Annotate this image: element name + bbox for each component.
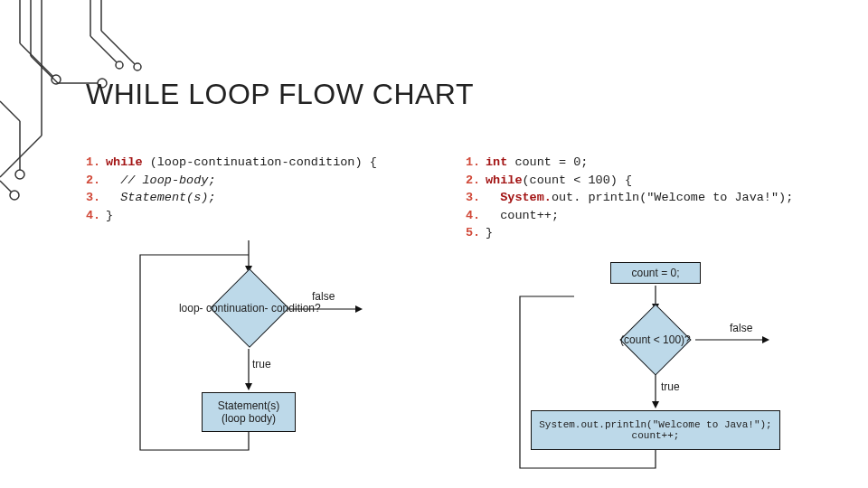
right-column: 1.int count = 0; 2.while(count < 100) { … [466, 154, 845, 488]
svg-line-10 [0, 101, 20, 121]
svg-point-14 [10, 191, 19, 200]
svg-marker-24 [245, 383, 252, 390]
example-flowchart: count = 0; (count < 100)? System.out.pri… [466, 258, 791, 488]
svg-line-13 [0, 181, 13, 193]
loop-body-box: Statement(s) (loop body) [202, 392, 296, 432]
svg-line-9 [0, 136, 42, 177]
svg-line-1 [20, 43, 54, 78]
diamond-label: (count < 100)? [620, 333, 691, 346]
svg-marker-30 [762, 336, 769, 343]
svg-point-17 [116, 61, 123, 69]
loop-body-box: System.out.println("Welcome to Java!"); … [531, 410, 780, 450]
slide-title: WHILE LOOP FLOW CHART [86, 78, 474, 111]
diamond-label: loop- continuation- condition? [179, 302, 321, 314]
generic-flowchart: loop- continuation- condition? Statement… [86, 240, 411, 475]
example-while-code: 1.int count = 0; 2.while(count < 100) { … [466, 154, 845, 242]
svg-line-19 [101, 31, 136, 65]
svg-marker-25 [355, 305, 363, 313]
init-box: count = 0; [610, 262, 701, 284]
generic-while-code: 1.while (loop-continuation-condition) { … [86, 154, 466, 224]
svg-marker-29 [652, 401, 659, 408]
left-column: 1.while (loop-continuation-condition) { … [86, 154, 466, 488]
svg-point-20 [134, 63, 141, 70]
svg-point-12 [15, 170, 24, 179]
svg-point-2 [52, 75, 61, 84]
svg-line-16 [90, 36, 118, 63]
svg-line-4 [31, 56, 58, 83]
